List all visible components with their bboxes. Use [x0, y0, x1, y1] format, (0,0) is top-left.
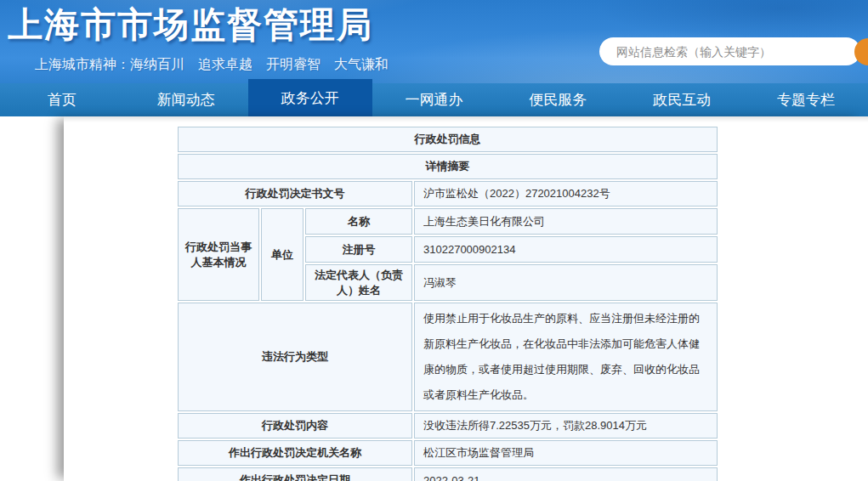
search-input[interactable] — [616, 37, 842, 65]
reg-no-value: 310227000902134 — [414, 236, 718, 263]
date-label: 作出行政处罚决定日期 — [178, 467, 412, 481]
site-title: 上海市市场监督管理局 — [8, 2, 373, 48]
party-basic-info-label: 行政处罚当事人基本情况 — [178, 208, 259, 301]
content-panel: 行政处罚信息 详情摘要 行政处罚决定书文号 沪市监松处（2022）2720210… — [64, 116, 868, 481]
name-value: 上海生态美日化有限公司 — [414, 208, 718, 235]
table-row: 作出行政处罚决定机关名称 松江区市场监督管理局 — [178, 440, 718, 466]
site-motto: 上海城市精神：海纳百川 追求卓越 开明睿智 大气谦和 — [35, 56, 389, 74]
table-row: 行政处罚决定书文号 沪市监松处（2022）272021004232号 — [178, 181, 718, 207]
penalty-content-value: 没收违法所得7.22535万元，罚款28.9014万元 — [414, 413, 718, 439]
unit-label: 单位 — [261, 208, 304, 301]
nav-item-special-columns[interactable]: 专题专栏 — [744, 83, 868, 116]
date-value: 2022-03-21 — [414, 467, 718, 481]
legal-rep-value: 冯淑琴 — [414, 264, 718, 301]
legal-rep-label: 法定代表人（负责人）姓名 — [305, 264, 412, 301]
nav-item-news[interactable]: 新闻动态 — [124, 83, 248, 116]
nav-item-convenience-services[interactable]: 便民服务 — [496, 83, 620, 116]
table-row: 行政处罚信息 — [178, 127, 718, 152]
table-title: 行政处罚信息 — [178, 127, 718, 152]
nav-item-one-stop-services[interactable]: 一网通办 — [372, 83, 496, 116]
doc-no-value: 沪市监松处（2022）272021004232号 — [414, 181, 718, 207]
authority-value: 松江区市场监督管理局 — [414, 440, 718, 466]
penalty-content-label: 行政处罚内容 — [178, 413, 412, 439]
table-subtitle: 详情摘要 — [178, 154, 718, 179]
table-row: 详情摘要 — [178, 154, 718, 179]
name-label: 名称 — [305, 208, 412, 235]
main-nav: 首页 新闻动态 政务公开 一网通办 便民服务 政民互动 专题专栏 — [0, 83, 868, 116]
nav-item-home[interactable]: 首页 — [0, 83, 124, 116]
violation-type-value: 使用禁止用于化妆品生产的原料、应当注册但未经注册的新原料生产化妆品，在化妆品中非… — [414, 303, 718, 411]
violation-type-label: 违法行为类型 — [178, 303, 412, 411]
table-row: 行政处罚内容 没收违法所得7.22535万元，罚款28.9014万元 — [178, 413, 718, 439]
page: 上海市市场监督管理局 上海城市精神：海纳百川 追求卓越 开明睿智 大气谦和 首页… — [0, 0, 868, 481]
search-box — [599, 37, 860, 65]
reg-no-label: 注册号 — [305, 236, 412, 263]
nav-item-public-interaction[interactable]: 政民互动 — [620, 83, 744, 116]
authority-label: 作出行政处罚决定机关名称 — [178, 440, 412, 466]
table-row: 作出行政处罚决定日期 2022-03-21 — [178, 467, 718, 481]
site-header: 上海市市场监督管理局 上海城市精神：海纳百川 追求卓越 开明睿智 大气谦和 — [0, 0, 868, 83]
table-row: 行政处罚当事人基本情况 单位 名称 上海生态美日化有限公司 — [178, 208, 718, 235]
panel-top-shadow — [64, 116, 868, 122]
table-row: 违法行为类型 使用禁止用于化妆品生产的原料、应当注册但未经注册的新原料生产化妆品… — [178, 303, 718, 411]
doc-no-label: 行政处罚决定书文号 — [178, 181, 412, 207]
nav-item-gov-disclosure[interactable]: 政务公开 — [248, 79, 372, 116]
penalty-table: 行政处罚信息 详情摘要 行政处罚决定书文号 沪市监松处（2022）2720210… — [176, 125, 719, 481]
